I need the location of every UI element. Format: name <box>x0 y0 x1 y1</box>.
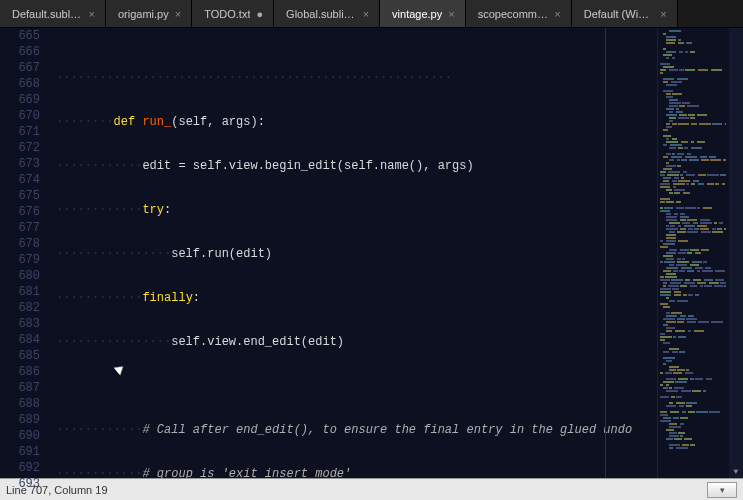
tab-global[interactable]: Global.sublime… <box>274 0 380 27</box>
scroll-down-icon[interactable]: ▼ <box>729 464 743 478</box>
line-number: 684 <box>0 332 40 348</box>
line-number: 671 <box>0 124 40 140</box>
line-number: 689 <box>0 412 40 428</box>
editor-main: 6656666676686696706716726736746756766776… <box>0 28 743 478</box>
line-number: 665 <box>0 28 40 44</box>
keyword: def <box>114 115 143 129</box>
whitespace: ················ <box>56 335 171 349</box>
plain: : <box>164 203 171 217</box>
minimap[interactable] <box>657 28 729 478</box>
close-icon[interactable] <box>448 8 454 20</box>
line-number: 690 <box>0 428 40 444</box>
line-number: 670 <box>0 108 40 124</box>
line-number: 683 <box>0 316 40 332</box>
line-number: 669 <box>0 92 40 108</box>
whitespace: ············ <box>56 203 142 217</box>
line-number: 677 <box>0 220 40 236</box>
plain: self.view.end_edit(edit) <box>171 335 344 349</box>
whitespace: ········ <box>56 115 114 129</box>
vertical-scrollbar[interactable]: ▼ <box>729 28 743 478</box>
tab-origami[interactable]: origami.py <box>106 0 192 27</box>
line-number: 675 <box>0 188 40 204</box>
keyword: try <box>142 203 164 217</box>
line-number: 666 <box>0 44 40 60</box>
line-number: 668 <box>0 76 40 92</box>
tab-label: vintage.py <box>392 8 442 20</box>
tab-default-windows[interactable]: Default (Wind… <box>572 0 678 27</box>
tab-default-sublime[interactable]: Default.sublim… <box>0 0 106 27</box>
tab-label: scopecommand… <box>478 8 549 20</box>
tab-label: Default.sublim… <box>12 8 83 20</box>
keyword: finally <box>142 291 192 305</box>
line-number: 679 <box>0 252 40 268</box>
plain: (self, args): <box>171 115 265 129</box>
status-dropdown[interactable] <box>707 482 737 498</box>
dirty-icon[interactable] <box>256 8 263 20</box>
close-icon[interactable] <box>554 8 560 20</box>
whitespace: ············ <box>56 423 142 437</box>
line-number: 685 <box>0 348 40 364</box>
line-number: 688 <box>0 396 40 412</box>
plain: : <box>193 291 200 305</box>
comment: # group is 'exit_insert_mode' <box>142 467 351 478</box>
whitespace: ················ <box>56 247 171 261</box>
tab-label: Default (Wind… <box>584 8 655 20</box>
cursor-position: Line 707, Column 19 <box>6 484 108 496</box>
line-number: 672 <box>0 140 40 156</box>
status-bar: Line 707, Column 19 <box>0 478 743 500</box>
tab-vintage[interactable]: vintage.py <box>380 0 466 27</box>
close-icon[interactable] <box>89 8 95 20</box>
line-number: 680 <box>0 268 40 284</box>
tab-label: TODO.txt <box>204 8 250 20</box>
line-number: 692 <box>0 460 40 476</box>
close-icon[interactable] <box>175 8 181 20</box>
whitespace: ············ <box>56 159 142 173</box>
line-number: 674 <box>0 172 40 188</box>
whitespace: ············ <box>56 467 142 478</box>
whitespace: ········································… <box>56 71 452 85</box>
line-number-gutter: 6656666676686696706716726736746756766776… <box>0 28 50 478</box>
plain: self.run(edit) <box>171 247 272 261</box>
line-number: 676 <box>0 204 40 220</box>
close-icon[interactable] <box>660 8 666 20</box>
func-name: run_ <box>142 115 171 129</box>
whitespace: ············ <box>56 291 142 305</box>
line-number: 667 <box>0 60 40 76</box>
line-number: 682 <box>0 300 40 316</box>
line-number: 673 <box>0 156 40 172</box>
line-number: 691 <box>0 444 40 460</box>
close-icon[interactable] <box>363 8 369 20</box>
tab-bar: Default.sublim… origami.py TODO.txt Glob… <box>0 0 743 28</box>
mouse-cursor-icon <box>116 364 126 378</box>
tab-label: Global.sublime… <box>286 8 357 20</box>
comment: # Call after end_edit(), to ensure the f… <box>142 423 632 437</box>
line-number: 687 <box>0 380 40 396</box>
plain: edit = self.view.begin_edit(self.name(),… <box>142 159 473 173</box>
code-editor[interactable]: ········································… <box>50 28 657 478</box>
line-number: 686 <box>0 364 40 380</box>
line-number: 681 <box>0 284 40 300</box>
tab-scopecommand[interactable]: scopecommand… <box>466 0 572 27</box>
tab-label: origami.py <box>118 8 169 20</box>
line-number: 678 <box>0 236 40 252</box>
tab-todo[interactable]: TODO.txt <box>192 0 274 27</box>
